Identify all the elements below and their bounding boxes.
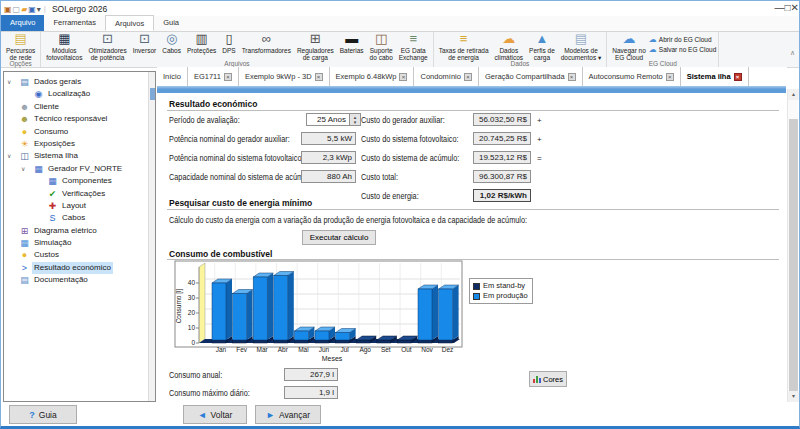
tree-item-tecnico-responsavel[interactable]: ☻Técnico responsável	[4, 113, 155, 125]
tree-item-layout[interactable]: ✚Layout	[4, 200, 155, 212]
tree-item-dados-gerais[interactable]: ∨▤Dados gerais	[4, 76, 155, 88]
tree-item-cliente[interactable]: ☻Cliente	[4, 101, 155, 113]
tree-item-gerador-fv-norte[interactable]: ∨▦Gerador FV_NORTE	[4, 163, 155, 175]
tab-close-icon[interactable]: ×	[568, 73, 576, 81]
cores-button[interactable]: Cores	[529, 371, 567, 387]
legend-item-em-producao: Em produção	[473, 291, 528, 301]
field-value-consumo-maximo-diario[interactable]: 1,9 l	[284, 386, 338, 399]
document-tab-condominio[interactable]: Condomínio×	[414, 67, 478, 86]
field-value-potencia-nominal-do-sistema-fotovoltaico[interactable]: 2,3 kWp	[301, 151, 356, 164]
tab-close-icon[interactable]: ×	[734, 73, 742, 81]
tab-close-icon[interactable]: ×	[399, 73, 407, 81]
forward-icon: ►	[266, 410, 275, 420]
document-tab-eg1711[interactable]: EG1711×	[188, 67, 239, 86]
exposures-icon: ☀	[19, 138, 30, 150]
document-tab-sistema-ilha[interactable]: Sistema ilha×	[681, 67, 749, 86]
tree-item-diagrama-eletrico[interactable]: ⊞Diagrama elétrico	[4, 225, 155, 237]
document-tab-exemplo-9kwp-3d[interactable]: Exemplo 9kWp - 3D×	[239, 67, 330, 86]
scroll-up-icon[interactable]: ▴	[788, 89, 799, 100]
field-value-custo-do-sistema-fotovoltaico[interactable]: 20.745,25 R$	[473, 132, 531, 145]
tree-item-documentacao[interactable]: ▤Documentação	[4, 274, 155, 286]
ribbon-item-salvar-no-eg-cloud[interactable]: ☁Salvar no EG Cloud	[649, 45, 716, 55]
ribbon-item-protecoes[interactable]: ▥Proteções	[184, 33, 219, 54]
svg-text:Jan: Jan	[216, 346, 227, 353]
field-value-custo-do-gerador-auxiliar[interactable]: 56.032,50 R$	[473, 113, 531, 126]
ribbon-item-percursos-de-rede[interactable]: ▤Percursos de rede	[3, 33, 38, 62]
tab-close-icon[interactable]: ×	[224, 73, 232, 81]
ribbon-item-perfis-de-carga[interactable]: ▲Perfis de carga	[526, 33, 558, 62]
field-value-consumo-anual[interactable]: 267,9 l	[284, 368, 338, 381]
document-tab-autoconsumo-remoto[interactable]: Autoconsumo Remoto×	[583, 67, 681, 86]
general-data-icon: ▤	[19, 76, 30, 88]
ribbon-item-abrir-do-eg-cloud[interactable]: ☁Abrir do EG Cloud	[649, 35, 716, 45]
document-tab-inicio[interactable]: Início	[157, 67, 188, 86]
tree-item-label: Técnico responsável	[32, 113, 109, 125]
expander-icon[interactable]: ∨	[21, 163, 25, 175]
tab-close-icon[interactable]: ×	[315, 73, 323, 81]
tree-scrollbar[interactable]	[148, 72, 155, 401]
tab-close-icon[interactable]: ×	[666, 73, 674, 81]
field-value-periodo-de-avaliacao[interactable]: 25 Anos	[306, 113, 350, 126]
ribbon-collapse-icon[interactable]: ∧	[790, 49, 795, 57]
field-value-capacidade-nominal-do-sistema-de-acumulo[interactable]: 880 Ah	[301, 170, 356, 183]
field-label-periodo-de-avaliacao: Período de avaliação:	[169, 115, 240, 125]
minimize-button[interactable]: —	[775, 4, 785, 13]
ribbon-item-navegar-no-eg-cloud[interactable]: ☁Navegar no EG Cloud	[609, 33, 649, 62]
document-tab-geracao-compartilhada[interactable]: Geração Compartilhada×	[479, 67, 583, 86]
ribbon-item-modelos-de-documentos[interactable]: ▤Modelos de documentos ▾	[558, 33, 604, 62]
tree-item-sistema-ilha[interactable]: ∨◫Sistema Ilha	[4, 150, 155, 162]
field-label-custo-do-gerador-auxiliar: Custo do gerador auxiliar:	[361, 115, 445, 125]
tree-item-simulacao[interactable]: ▦Simulação	[4, 237, 155, 249]
ribbon-item-reguladores-de-carga[interactable]: ⊞Reguladores de carga	[294, 33, 337, 62]
expander-icon[interactable]: ∨	[7, 76, 11, 88]
ribbon-item-inversor[interactable]: ⊡Inversor	[130, 33, 159, 54]
ribbon-item-otimizadores-de-potencia[interactable]: ⊡Otimizadores de potência	[85, 33, 129, 62]
ribbon-item-label: Proteções	[187, 47, 216, 54]
expander-icon[interactable]: ∨	[7, 150, 11, 162]
tree-item-exposicoes[interactable]: ☀Exposições	[4, 138, 155, 150]
ribbon-item-eg-data-exchange[interactable]: ≡EG Data Exchange	[396, 33, 431, 62]
tree-item-custos[interactable]: ●Custos	[4, 249, 155, 261]
svg-text:Abr: Abr	[278, 346, 289, 353]
content-scrollbar[interactable]: ▴ ▾	[787, 89, 798, 402]
ribbon-tab-guia[interactable]: Guia	[154, 15, 188, 31]
tree-item-consumo[interactable]: ●Consumo	[4, 126, 155, 138]
ribbon-item-modulos-fotovoltaicos[interactable]: ▦Módulos fotovoltaicos	[43, 33, 85, 62]
tree-item-localizacao[interactable]: ◉Localização	[4, 88, 155, 100]
scroll-down-icon[interactable]: ▾	[788, 391, 799, 402]
ribbon-tab-arquivo[interactable]: Arquivo	[1, 15, 44, 31]
ribbon-item-taxas-de-retirada-de-energia[interactable]: ≡Taxas de retirada de energia	[436, 33, 492, 62]
field-value-custo-de-energia[interactable]: 1,02 R$/kWh	[473, 189, 531, 202]
tree-item-label: Verificações	[60, 188, 107, 200]
tree-item-componentes[interactable]: ▦Componentes	[4, 175, 155, 187]
ribbon-item-baterias[interactable]: ▬Baterias	[337, 33, 367, 54]
document-tab-exemplo-6-48kwp[interactable]: Exemplo 6.48kWp×	[330, 67, 415, 86]
ribbon-tab-ferramentas[interactable]: Ferramentas	[44, 15, 105, 31]
ribbon-item-transformadores[interactable]: ∞Transformadores	[239, 33, 294, 54]
ribbon-item-cabos[interactable]: ◎Cabos	[159, 33, 184, 54]
cables-icon: ◎	[166, 33, 177, 47]
tree-item-cabos[interactable]: SCabos	[4, 212, 155, 224]
spinner-down-icon[interactable]: ▾	[354, 120, 357, 125]
tree-item-verificacoes[interactable]: ✔Verificações	[4, 188, 155, 200]
close-button[interactable]: ✕	[791, 4, 799, 13]
ribbon-tab-arquivos[interactable]: Arquivos	[105, 15, 154, 31]
spinner-control[interactable]: ▴▾	[350, 113, 361, 126]
tree-scrollbar-thumb[interactable]	[150, 88, 155, 100]
ribbon-item-dps[interactable]: ▯DPS	[219, 33, 238, 54]
avancar-button[interactable]: ► Avançar	[255, 405, 321, 424]
executar-calculo-button[interactable]: Executar cálculo	[302, 230, 376, 245]
field-value-custo-total[interactable]: 96.300,87 R$	[473, 170, 531, 183]
svg-text:Jun: Jun	[319, 346, 330, 353]
ribbon-item-suporte-do-cabo[interactable]: ◫Suporte do cabo	[367, 33, 396, 62]
guia-button[interactable]: ? Guia	[9, 405, 77, 424]
tree-item-resultado-economico[interactable]: >Resultado económico	[4, 262, 155, 274]
svg-text:Dez: Dez	[442, 346, 454, 353]
voltar-button[interactable]: ◄ Voltar	[183, 405, 247, 424]
field-value-custo-do-sistema-de-acumulo[interactable]: 19.523,12 R$	[473, 151, 531, 164]
ribbon-item-dados-climaticos[interactable]: ☁Dados climáticos	[492, 33, 527, 62]
field-value-potencia-nominal-do-gerador-auxiliar[interactable]: 5,5 kW	[301, 132, 356, 145]
tab-close-icon[interactable]: ×	[464, 73, 472, 81]
content-scrollbar-thumb[interactable]	[789, 119, 798, 393]
tree-item-label: Consumo	[32, 126, 70, 138]
